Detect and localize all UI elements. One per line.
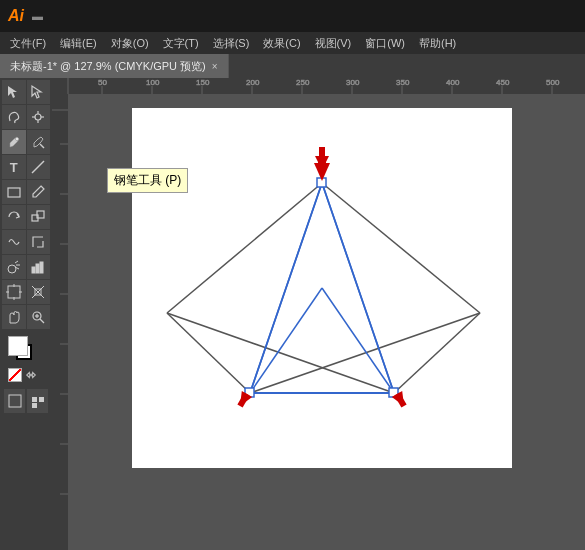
menu-effect[interactable]: 效果(C)	[257, 34, 306, 53]
menu-edit[interactable]: 编辑(E)	[54, 34, 103, 53]
type-icon: T	[10, 160, 18, 175]
tool-row-4: T	[2, 155, 50, 179]
tab-close-button[interactable]: ×	[212, 61, 218, 72]
menu-help[interactable]: 帮助(H)	[413, 34, 462, 53]
window-minimize: ▬	[32, 10, 43, 22]
svg-rect-15	[32, 267, 35, 273]
svg-line-6	[40, 144, 44, 148]
svg-line-67	[394, 313, 480, 393]
svg-rect-54	[52, 94, 68, 550]
svg-line-7	[32, 161, 44, 173]
svg-line-75	[250, 288, 322, 393]
tool-row-6	[2, 205, 50, 229]
svg-line-64	[167, 183, 322, 313]
tool-row-5	[2, 180, 50, 204]
menu-window[interactable]: 窗口(W)	[359, 34, 411, 53]
svg-point-11	[8, 265, 16, 273]
tool-row-3	[2, 130, 50, 154]
tool-row-1	[2, 80, 50, 104]
svg-rect-30	[39, 397, 44, 402]
svg-text:450: 450	[496, 78, 510, 87]
menu-select[interactable]: 选择(S)	[207, 34, 256, 53]
svg-rect-31	[32, 403, 37, 408]
lasso-tool[interactable]	[2, 105, 26, 129]
free-transform-tool[interactable]	[27, 230, 51, 254]
canvas-area: 50 100 150 200 250 300 350 400 450 500	[52, 78, 585, 550]
scale-tool[interactable]	[27, 205, 51, 229]
ruler-horizontal: 50 100 150 200 250 300 350 400 450 500	[52, 78, 585, 94]
selection-tool[interactable]	[2, 80, 26, 104]
tool-row-2	[2, 105, 50, 129]
fill-swatch[interactable]	[8, 336, 28, 356]
svg-line-12	[15, 261, 18, 263]
rotate-tool[interactable]	[2, 205, 26, 229]
color-swatches	[2, 334, 50, 384]
svg-line-25	[40, 319, 44, 323]
tool-row-10	[2, 305, 50, 329]
swap-colors[interactable]	[24, 368, 38, 382]
svg-line-74	[250, 183, 322, 393]
menu-bar: 文件(F) 编辑(E) 对象(O) 文字(T) 选择(S) 效果(C) 视图(V…	[0, 32, 585, 54]
svg-line-70	[167, 313, 394, 393]
menu-object[interactable]: 对象(O)	[105, 34, 155, 53]
svg-text:350: 350	[396, 78, 410, 87]
main-area: T	[0, 78, 585, 550]
svg-rect-18	[8, 286, 20, 298]
svg-text:100: 100	[146, 78, 160, 87]
svg-text:300: 300	[346, 78, 360, 87]
svg-rect-16	[36, 264, 39, 273]
svg-line-66	[322, 183, 480, 313]
svg-text:500: 500	[546, 78, 560, 87]
tool-row-8	[2, 255, 50, 279]
pen-modifier-tool[interactable]	[27, 130, 51, 154]
document-canvas[interactable]	[132, 108, 512, 468]
screen-mode-row	[4, 389, 48, 413]
svg-line-69	[250, 313, 480, 393]
menu-view[interactable]: 视图(V)	[309, 34, 358, 53]
change-screen-mode[interactable]	[27, 389, 48, 413]
svg-rect-28	[9, 395, 21, 407]
line-tool[interactable]	[27, 155, 51, 179]
magic-wand-tool[interactable]	[27, 105, 51, 129]
rect-tool[interactable]	[2, 180, 26, 204]
column-graph-tool[interactable]	[27, 255, 51, 279]
menu-file[interactable]: 文件(F)	[4, 34, 52, 53]
tool-row-9	[2, 280, 50, 304]
artboard-tool[interactable]	[2, 280, 26, 304]
svg-text:250: 250	[296, 78, 310, 87]
document-tab[interactable]: 未标题-1* @ 127.9% (CMYK/GPU 预览) ×	[0, 54, 229, 78]
svg-text:200: 200	[246, 78, 260, 87]
brush-tool[interactable]	[27, 180, 51, 204]
drawing-area	[132, 108, 512, 468]
svg-point-5	[15, 138, 18, 141]
none-swatch[interactable]	[8, 368, 22, 382]
title-bar: Ai ▬	[0, 0, 585, 32]
svg-line-73	[322, 183, 394, 393]
screen-mode-normal[interactable]	[4, 389, 25, 413]
tab-bar: 未标题-1* @ 127.9% (CMYK/GPU 预览) ×	[0, 54, 585, 78]
tool-row-7	[2, 230, 50, 254]
svg-point-4	[35, 114, 41, 120]
symbol-sprayer-tool[interactable]	[2, 255, 26, 279]
pen-tool[interactable]	[2, 130, 26, 154]
svg-text:50: 50	[98, 78, 107, 87]
svg-rect-17	[40, 262, 43, 273]
type-tool[interactable]: T	[2, 155, 26, 179]
svg-rect-8	[8, 188, 20, 197]
ai-logo: Ai	[8, 7, 24, 25]
svg-line-65	[167, 313, 250, 393]
svg-rect-29	[32, 397, 37, 402]
svg-line-76	[322, 288, 394, 393]
slice-tool[interactable]	[27, 280, 51, 304]
svg-rect-83	[318, 156, 326, 170]
menu-text[interactable]: 文字(T)	[157, 34, 205, 53]
hand-tool[interactable]	[2, 305, 26, 329]
warp-tool[interactable]	[2, 230, 26, 254]
tab-title: 未标题-1* @ 127.9% (CMYK/GPU 预览)	[10, 59, 206, 74]
svg-text:150: 150	[196, 78, 210, 87]
toolbar: T	[0, 78, 52, 550]
ruler-vertical	[52, 94, 68, 550]
zoom-tool[interactable]	[27, 305, 51, 329]
direct-selection-tool[interactable]	[27, 80, 51, 104]
svg-text:400: 400	[446, 78, 460, 87]
